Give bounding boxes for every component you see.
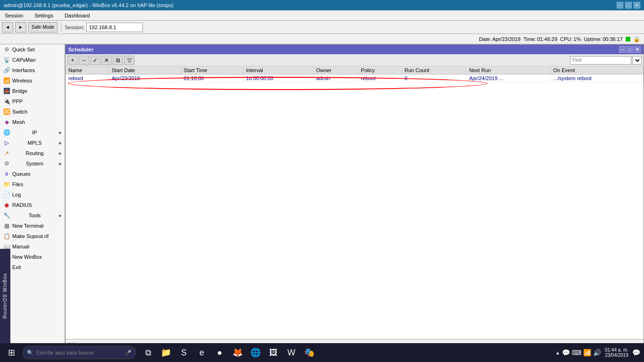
sidebar-label-make-supout: Make Supout.rif [12,233,49,239]
taskbar-search[interactable]: 🔍 Escribe aquí para buscar 🎤 [23,346,136,359]
sidebar-label-manual: Manual [12,244,29,249]
scheduler-maximize-button[interactable]: □ [627,46,633,53]
scheduler-window: Scheduler ─ □ ✕ + − ✓ ✕ ⧉ ▽ ▼ [65,44,644,350]
sidebar-item-ip[interactable]: 🌐 IP ▶ [0,127,65,138]
col-header-owner[interactable]: Owner [313,66,358,74]
table-cell-start-time: 01:10:00 [181,74,243,82]
lock-icon[interactable]: 🔒 [633,36,640,42]
files-icon: 📁 [3,181,10,188]
menu-bar: Session Settings Dashboard [0,10,644,21]
taskbar-up-icon[interactable]: ▲ [555,350,560,355]
ppp-icon: 🔌 [3,98,10,105]
table-cell-name: reboot [66,74,108,82]
scheduler-minimize-button[interactable]: ─ [619,46,626,53]
sidebar-label-mesh: Mesh [12,119,25,125]
taskbar-keyboard-icon[interactable]: ⌨ [572,349,581,356]
sidebar-item-mpls[interactable]: ▷ MPLS ▶ [0,138,65,148]
col-header-start-date[interactable]: Start Date [108,66,181,74]
scheduler-table-container: NameStart DateStart TimeIntervalOwnerPol… [66,66,644,339]
taskbar-app-edge[interactable]: e [193,344,210,361]
sidebar-item-mesh[interactable]: ◈ Mesh [0,117,65,127]
sidebar-item-capsman[interactable]: 📡 CAPsMan [0,55,65,65]
scheduler-filter-button[interactable]: ▽ [124,56,134,65]
time-value: 01:46:29 [537,36,557,42]
sidebar-item-tools[interactable]: 🔧 Tools ▶ [0,210,65,221]
interfaces-icon: 🔗 [3,66,10,74]
taskbar-volume-icon[interactable]: 🔊 [593,349,601,356]
col-header-start-time[interactable]: Start Time [181,66,243,74]
scheduler-edit-button[interactable]: ✓ [90,56,100,65]
taskbar-app-app10[interactable]: 🎭 [301,344,318,361]
title-bar-controls[interactable]: ─ □ ✕ [617,2,640,8]
forward-button[interactable]: ► [15,22,26,33]
status-bar-top: Date: Apr/23/2019 Time: 01:46:29 CPU: 1%… [0,34,644,44]
close-button[interactable]: ✕ [634,2,640,8]
taskbar-app-task-view[interactable]: ⧉ [140,344,157,361]
uptime-segment: Uptime: 00:36:17 [584,36,623,42]
scheduler-search-input[interactable] [570,56,631,65]
scheduler-cancel-button[interactable]: ✕ [101,56,112,65]
col-header-next-run[interactable]: Next Run [466,66,550,74]
scheduler-close-button[interactable]: ✕ [634,46,641,53]
sidebar-item-bridge[interactable]: 🌉 Bridge [0,86,65,96]
cpu-segment: CPU: 1% [560,36,581,42]
taskbar-app-browser2[interactable]: 🌐 [247,344,264,361]
sidebar-item-files[interactable]: 📁 Files [0,179,65,189]
sidebar-item-log[interactable]: 📄 Log [0,189,65,200]
maximize-button[interactable]: □ [625,2,632,8]
sidebar-item-wireless[interactable]: 📶 Wireless [0,75,65,86]
sidebar-item-radius[interactable]: ◉ RADIUS [0,200,65,210]
submenu-arrow: ▶ [59,131,62,135]
table-row[interactable]: rebootApr/23/201901:10:001d 00:00:00admi… [66,74,644,82]
taskbar-app-word[interactable]: W [283,344,300,361]
table-cell-policy: reboot [358,74,402,82]
scheduler-dropdown[interactable]: ▼ [632,56,642,65]
sidebar-item-interfaces[interactable]: 🔗 Interfaces [0,65,65,75]
taskbar-app-chrome[interactable]: ● [211,344,228,361]
toolbar-separator [61,23,61,32]
sidebar-item-system[interactable]: ⚙ System ▶ [0,158,65,169]
col-header-run-count[interactable]: Run Count [402,66,466,74]
submenu-arrow: ▶ [59,162,62,166]
minimize-button[interactable]: ─ [617,2,623,8]
sidebar-item-quick-set[interactable]: ⚙ Quick Set [0,44,65,55]
taskbar-search-icon: 🔍 [27,350,33,356]
scheduler-copy-button[interactable]: ⧉ [113,56,123,65]
back-button[interactable]: ◄ [2,22,13,33]
session-input[interactable] [86,23,143,32]
taskbar-app-sublime[interactable]: S [175,344,192,361]
taskbar-clock[interactable]: 01:44 a. m. 23/04/2019 [605,347,628,358]
sidebar-item-routing[interactable]: ↗ Routing ▶ [0,148,65,158]
sidebar-item-queues[interactable]: ≡ Queues [0,169,65,179]
menu-settings[interactable]: Settings [32,12,56,19]
col-header-interval[interactable]: Interval [243,66,313,74]
sidebar-item-ppp[interactable]: 🔌 PPP [0,96,65,107]
sidebar-label-mpls: MPLS [28,140,42,146]
scheduler-remove-button[interactable]: − [79,56,89,65]
start-button[interactable]: ⊞ [2,344,21,361]
scheduler-add-button[interactable]: + [67,56,78,65]
col-header-on-event[interactable]: On Event [550,66,643,74]
scheduler-window-controls[interactable]: ─ □ ✕ [619,46,641,53]
col-header-policy[interactable]: Policy [358,66,402,74]
taskbar-notif-bell[interactable]: 💬 [632,349,640,356]
uptime-value: 00:36:17 [603,36,623,42]
sidebar-item-new-terminal[interactable]: ▦ New Terminal [0,221,65,231]
taskbar-network-icon[interactable]: 📶 [583,349,591,356]
menu-session[interactable]: Session [2,12,26,19]
menu-dashboard[interactable]: Dashboard [62,12,93,19]
taskbar-app-photos[interactable]: 🖼 [265,344,282,361]
taskbar-app-file-explorer[interactable]: 📁 [157,344,174,361]
taskbar-app-firefox[interactable]: 🦊 [229,344,246,361]
taskbar-apps: ⧉📁Se●🦊🌐🖼W🎭 [140,344,318,361]
taskbar-notification-icon[interactable]: 💬 [562,349,570,356]
table-cell-interval: 1d 00:00:00 [243,74,313,82]
routing-icon: ↗ [3,149,10,157]
sidebar-item-switch[interactable]: 🔀 Switch [0,107,65,117]
table-cell-run-count: 0 [402,74,466,82]
queues-icon: ≡ [3,170,10,178]
cpu-value: 1% [573,36,581,42]
safe-mode-button[interactable]: Safe Mode [28,22,58,33]
sidebar-item-make-supout[interactable]: 📋 Make Supout.rif [0,231,65,241]
col-header-name[interactable]: Name [66,66,108,74]
